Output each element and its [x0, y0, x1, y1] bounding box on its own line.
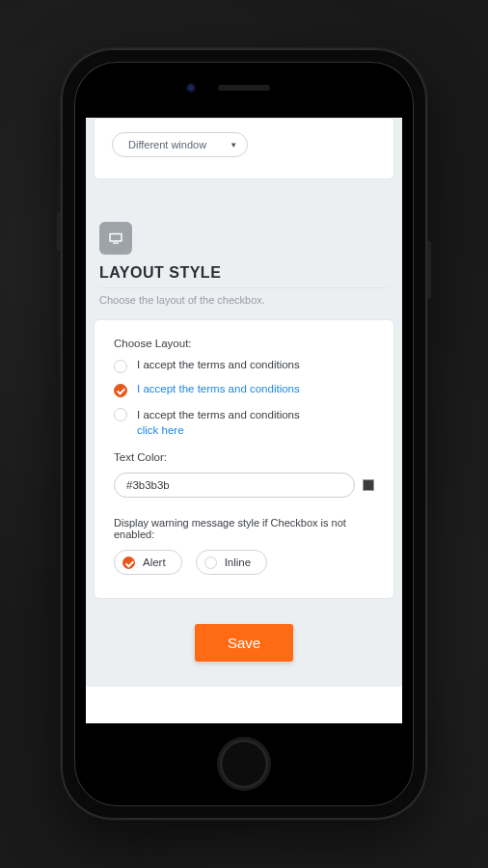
layout-option-plain[interactable]: I accept the terms and conditions — [114, 359, 374, 373]
section-subtitle: Choose the layout of the checkbox. — [99, 294, 389, 306]
color-swatch[interactable] — [363, 479, 374, 491]
section-header: LAYOUT STYLE Choose the layout of the ch… — [99, 222, 389, 306]
choose-layout-label: Choose Layout: — [114, 338, 374, 349]
layout-option-text: I accept the terms and conditions click … — [137, 407, 300, 438]
radio-checked-icon — [114, 384, 127, 397]
top-card: Different window ▼ — [94, 118, 394, 179]
warning-option-alert[interactable]: Alert — [114, 550, 182, 575]
radio-icon — [204, 556, 217, 569]
speaker-grill — [218, 85, 270, 91]
phone-frame: Different window ▼ LAYOUT STYLE Choose t… — [61, 48, 427, 820]
chevron-down-icon: ▼ — [230, 141, 237, 149]
screen: Different window ▼ LAYOUT STYLE Choose t… — [86, 118, 402, 723]
window-target-value: Different window — [128, 139, 206, 150]
section-title: LAYOUT STYLE — [99, 264, 389, 288]
layout-option-link[interactable]: I accept the terms and conditions — [114, 383, 374, 397]
window-target-select[interactable]: Different window ▼ — [112, 132, 248, 157]
save-button[interactable]: Save — [195, 624, 293, 662]
radio-icon — [114, 408, 127, 421]
radio-icon — [114, 360, 127, 373]
warning-option-inline[interactable]: Inline — [196, 550, 268, 575]
home-button[interactable] — [217, 737, 271, 791]
warning-option-label: Alert — [143, 556, 166, 568]
layout-option-clickhere[interactable]: I accept the terms and conditions click … — [114, 407, 374, 438]
layout-option-line1: I accept the terms and conditions — [137, 409, 300, 420]
front-camera — [186, 83, 196, 93]
layout-icon — [99, 222, 132, 255]
text-color-label: Text Color: — [114, 451, 374, 463]
layout-card: Choose Layout: I accept the terms and co… — [94, 319, 394, 599]
layout-option-text: I accept the terms and conditions — [137, 359, 300, 370]
phone-inner: Different window ▼ LAYOUT STYLE Choose t… — [74, 62, 414, 806]
text-color-row — [114, 473, 374, 498]
layout-option-line2: click here — [137, 424, 184, 436]
text-color-input[interactable] — [114, 473, 355, 498]
footer-strip — [86, 687, 402, 723]
radio-checked-icon — [122, 556, 135, 569]
layout-option-text: I accept the terms and conditions — [137, 383, 300, 394]
warning-option-label: Inline — [225, 556, 252, 568]
save-row: Save — [86, 624, 402, 662]
warning-style-label: Display warning message style if Checkbo… — [114, 517, 374, 540]
warning-style-group: Alert Inline — [114, 550, 374, 575]
